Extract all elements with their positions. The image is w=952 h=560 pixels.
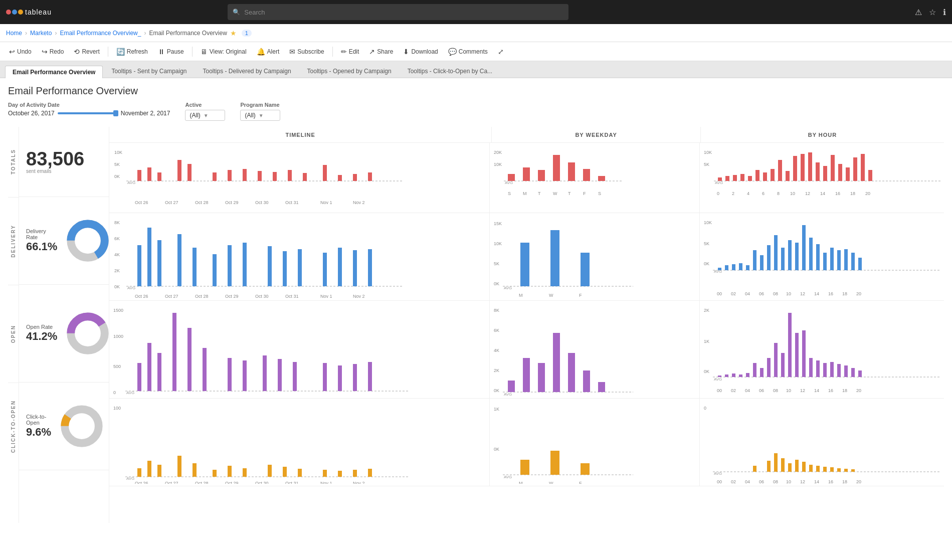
- svg-rect-101: [213, 254, 217, 286]
- svg-rect-144: [774, 235, 778, 270]
- svg-text:S: S: [598, 191, 601, 196]
- svg-rect-241: [844, 365, 848, 377]
- chart-headers-row: TIMELINE BY WEEKDAY BY HOUR: [109, 127, 944, 143]
- tab-delivered-by-campaign[interactable]: Tooltips - Delivered by Campaign: [196, 65, 299, 77]
- dashboard: TOTALS DELIVERY OPEN CLICK-TO-OPEN 83,50…: [8, 127, 944, 523]
- svg-rect-24: [338, 175, 342, 181]
- svg-text:0: 0: [704, 406, 706, 411]
- svg-text:6K: 6K: [114, 236, 120, 241]
- tab-sent-by-campaign[interactable]: Tooltips - Sent by Campaign: [104, 65, 194, 77]
- svg-rect-243: [858, 370, 862, 377]
- svg-text:0K: 0K: [114, 174, 120, 179]
- totals-sub: sent emails: [26, 168, 102, 174]
- svg-text:10K: 10K: [704, 150, 712, 155]
- fit-button[interactable]: ⤢: [494, 46, 508, 58]
- edit-button[interactable]: ✏ Edit: [337, 46, 363, 58]
- revert-button[interactable]: ⟲ Revert: [70, 46, 103, 58]
- svg-rect-302: [816, 466, 820, 472]
- toolbar: ↩ Undo ↪ Redo ⟲ Revert 🔄 Refresh ⏸ Pause…: [0, 42, 952, 61]
- click-metric-text: Click-to-Open 9.6%: [26, 414, 51, 439]
- svg-rect-108: [338, 248, 342, 286]
- logo: tableau: [6, 8, 52, 16]
- filter-slider[interactable]: [58, 112, 118, 114]
- open-weekday-svg: 8K 6K 4K 2K 0K AVG S: [493, 303, 697, 396]
- svg-rect-295: [767, 461, 771, 472]
- svg-text:W: W: [553, 395, 557, 396]
- svg-text:08: 08: [773, 388, 778, 393]
- breadcrumb-current: Email Performance Overview: [149, 30, 227, 37]
- view-original-button[interactable]: 🖥 View: Original: [197, 46, 251, 58]
- breadcrumb-marketo[interactable]: Marketo: [30, 30, 52, 37]
- refresh-button[interactable]: 🔄 Refresh: [112, 46, 152, 58]
- svg-rect-204: [508, 381, 515, 392]
- delivery-metric: Delivery Rate 66.1%: [19, 197, 109, 285]
- info-icon[interactable]: ℹ: [943, 8, 946, 17]
- breadcrumb-overview-link[interactable]: Email Performance Overview_: [60, 30, 141, 37]
- svg-rect-153: [837, 250, 841, 270]
- breadcrumb-count: 1: [242, 30, 252, 37]
- svg-rect-239: [830, 362, 834, 377]
- svg-rect-207: [553, 333, 560, 392]
- filter-program-select[interactable]: (All) ▼: [240, 110, 280, 121]
- subscribe-button[interactable]: ✉ Subscribe: [285, 46, 328, 58]
- filter-active-select[interactable]: (All) ▼: [185, 110, 225, 121]
- weekday-header-label: BY WEEKDAY: [575, 130, 617, 140]
- tab-click-to-open[interactable]: Tooltips - Click-to-Open by Ca...: [400, 65, 500, 77]
- open-chart-row: 1500 1000 500 0 AVG: [109, 301, 944, 399]
- share-button[interactable]: ↗ Share: [365, 46, 397, 58]
- svg-text:00: 00: [717, 388, 722, 393]
- undo-label: Undo: [17, 48, 32, 55]
- svg-rect-175: [147, 343, 151, 391]
- logo-circle-blue: [12, 10, 17, 15]
- svg-text:6: 6: [762, 191, 765, 196]
- svg-rect-208: [568, 353, 575, 392]
- pause-button[interactable]: ⏸ Pause: [154, 46, 188, 58]
- tab-opened-by-campaign[interactable]: Tooltips - Opened by Campaign: [300, 65, 399, 77]
- svg-text:Oct 28: Oct 28: [195, 481, 209, 484]
- download-button[interactable]: ⬇ Download: [399, 46, 442, 58]
- delivery-metric-text: Delivery Rate 66.1%: [26, 228, 57, 253]
- tab-email-performance-overview[interactable]: Email Performance Overview: [5, 66, 103, 78]
- open-hour-svg: 2K 1K 0K AVG: [703, 303, 941, 396]
- filter-program-label: Program Name: [240, 102, 280, 108]
- svg-rect-136: [718, 268, 721, 270]
- svg-rect-271: [353, 470, 357, 477]
- search-bar[interactable]: 🔍: [228, 4, 568, 20]
- undo-button[interactable]: ↩ Undo: [5, 46, 36, 58]
- alert-icon[interactable]: ⚠: [915, 8, 922, 17]
- filter-date-range[interactable]: October 26, 2017 November 2, 2017: [8, 110, 170, 117]
- subscribe-icon: ✉: [289, 48, 295, 56]
- breadcrumb-home[interactable]: Home: [6, 30, 22, 37]
- refresh-icon: 🔄: [116, 48, 125, 56]
- svg-text:0K: 0K: [704, 261, 709, 266]
- click-rate-value: 9.6%: [26, 426, 51, 439]
- delivery-hour-chart: 10K 5K 0K AVG: [700, 213, 944, 300]
- svg-rect-127: [581, 253, 590, 286]
- svg-text:1K: 1K: [494, 407, 499, 412]
- comments-label: Comments: [459, 48, 488, 55]
- svg-rect-58: [725, 176, 729, 181]
- totals-weekday-svg: 20K 10K AVG S M T: [493, 145, 697, 211]
- toolbar-sep-1: [108, 47, 108, 57]
- fit-icon: ⤢: [498, 48, 504, 56]
- svg-rect-11: [137, 170, 141, 181]
- svg-rect-45: [598, 176, 605, 181]
- hour-header: BY HOUR: [701, 127, 944, 142]
- search-input[interactable]: [244, 9, 563, 16]
- svg-text:Oct 26: Oct 26: [135, 294, 148, 298]
- refresh-label: Refresh: [127, 48, 148, 55]
- svg-text:M: M: [523, 395, 527, 396]
- comments-button[interactable]: 💬 Comments: [444, 46, 492, 58]
- svg-text:12: 12: [800, 388, 805, 393]
- svg-rect-126: [550, 230, 559, 286]
- redo-button[interactable]: ↪ Redo: [38, 46, 68, 58]
- svg-rect-44: [583, 169, 590, 181]
- breadcrumb-favorite-star[interactable]: ★: [230, 29, 237, 37]
- alert-button[interactable]: 🔔 Alert: [253, 46, 284, 58]
- star-icon[interactable]: ☆: [929, 8, 936, 17]
- svg-text:S: S: [598, 395, 601, 396]
- svg-text:Oct 31: Oct 31: [285, 294, 299, 298]
- totals-section-label: TOTALS: [9, 144, 18, 179]
- svg-text:5K: 5K: [114, 162, 120, 167]
- svg-text:10: 10: [790, 191, 795, 196]
